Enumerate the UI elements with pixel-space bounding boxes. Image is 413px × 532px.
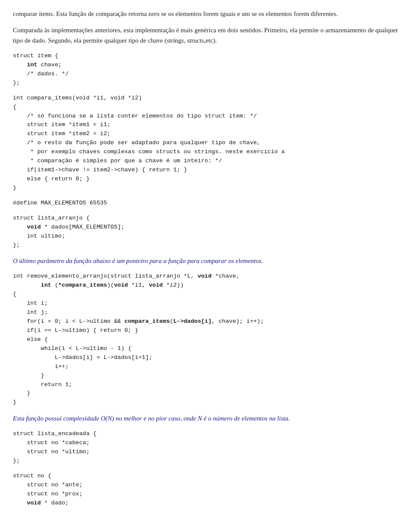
p3: O último parâmetro da função abaixo é um… [13,256,400,266]
p2: Comparada às implementações anteriores, … [13,25,400,46]
code5: int remove_elemento_arranjo(struct lista… [13,272,400,407]
p1: comparar items. Esta função de comparaçã… [13,9,400,19]
code4: struct lista_arranjo { void * dados[MAX_… [13,214,400,250]
p4: Esta função possui complexidade O(N) no … [13,413,400,424]
code7: struct no { struct no *ante; struct no *… [13,472,400,508]
code3: #define MAX_ELEMENTOS 65535 [13,199,400,208]
code6: struct lista_encadeada { struct no *cabe… [13,430,400,466]
code1: struct item { int chave; /* dados. */ }; [13,52,400,88]
page-content: comparar items. Esta função de comparaçã… [13,9,400,508]
code2: int compara_items(void *i1, void *i2) { … [13,94,400,193]
